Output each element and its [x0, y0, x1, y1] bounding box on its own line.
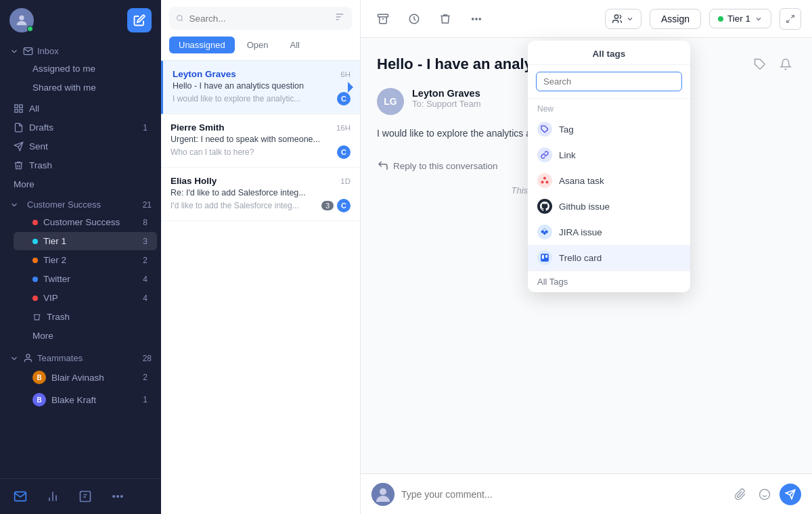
sidebar-item-blake[interactable]: B Blake Kraft 1	[14, 389, 157, 411]
tab-unassigned[interactable]: Unassigned	[169, 37, 235, 53]
people-button[interactable]	[605, 9, 641, 29]
teammates-section: Teammates 28 B Blair Avinash 2 B Blake K…	[0, 348, 161, 411]
cs-item-label: Customer Success	[43, 217, 120, 227]
comment-input[interactable]	[401, 489, 724, 500]
sidebar-item-cs-more[interactable]: More	[14, 327, 157, 345]
pierre-preview: Urgent: I need to speak with someone...	[171, 135, 351, 144]
inbox-header[interactable]: Inbox	[0, 41, 161, 59]
send-button[interactable]	[780, 484, 801, 505]
blake-label: Blake Kraft	[51, 395, 96, 405]
elias-footer: I'd like to add the Salesforce integ... …	[171, 199, 351, 212]
all-label: All	[29, 103, 39, 114]
tab-all[interactable]: All	[280, 37, 309, 53]
assign-label: Assign	[661, 14, 690, 24]
cs-more-label: More	[32, 331, 53, 341]
vip-label: VIP	[43, 293, 58, 303]
sidebar-item-blair[interactable]: B Blair Avinash 2	[14, 367, 157, 388]
tag-item-asana[interactable]: Asana task	[528, 168, 690, 193]
contacts-icon[interactable]	[74, 486, 96, 507]
sidebar-item-tier2[interactable]: Tier 2 2	[14, 251, 157, 269]
tag-item-link[interactable]: Link	[528, 142, 690, 168]
more-toolbar-icon[interactable]	[465, 7, 488, 30]
sidebar-item-twitter[interactable]: Twitter 4	[14, 270, 157, 288]
sidebar-item-vip[interactable]: VIP 4	[14, 289, 157, 307]
svg-point-15	[177, 16, 182, 21]
inbox-bottom-icon[interactable]	[9, 486, 31, 507]
sidebar-item-more-inbox[interactable]: More	[4, 175, 157, 193]
attachment-icon[interactable]	[731, 485, 750, 504]
sidebar-item-shared-with-me[interactable]: Shared with me	[14, 78, 157, 97]
email-title-icons	[750, 54, 796, 74]
tag-item-jira[interactable]: JIRA issue	[528, 219, 690, 245]
tag-icon[interactable]	[750, 54, 770, 74]
cs-item-count: 8	[143, 218, 148, 227]
sent-label: Sent	[29, 141, 48, 151]
svg-point-0	[19, 16, 24, 20]
assign-button[interactable]: Assign	[650, 9, 701, 29]
customer-success-count: 21	[143, 200, 152, 210]
emoji-icon[interactable]	[755, 485, 774, 504]
svg-rect-1	[15, 105, 18, 108]
delete-icon[interactable]	[434, 7, 457, 30]
more-options-icon[interactable]	[107, 486, 129, 507]
sidebar-item-tier1[interactable]: Tier 1 3	[14, 232, 157, 250]
tag-label-jira: JIRA issue	[559, 227, 602, 237]
tags-search-input[interactable]	[536, 72, 682, 91]
online-indicator	[27, 26, 33, 32]
sidebar-item-sent[interactable]: Sent	[4, 137, 157, 156]
sidebar-item-cs[interactable]: Customer Success 8	[14, 213, 157, 231]
compose-button[interactable]	[127, 8, 152, 32]
expand-icon[interactable]	[780, 8, 801, 30]
conv-preview: Hello - I have an analytics question	[173, 81, 351, 91]
sidebar-item-trash[interactable]: Trash	[4, 156, 157, 174]
archive-icon[interactable]	[371, 7, 394, 30]
tag-label-tag: Tag	[559, 124, 574, 135]
sidebar-item-assigned-to-me[interactable]: Assigned to me	[14, 60, 157, 78]
elias-badge: C	[337, 199, 351, 212]
conv-item-pierre[interactable]: Pierre Smith 16H Urgent: I need to speak…	[161, 114, 360, 168]
conv-item-top-elias: Elias Holly 1D	[171, 176, 351, 186]
tier2-label: Tier 2	[43, 255, 66, 265]
drafts-label: Drafts	[29, 122, 53, 133]
tag-item-github[interactable]: Github issue	[528, 193, 690, 219]
tab-open[interactable]: Open	[238, 37, 278, 53]
svg-line-27	[791, 15, 794, 18]
sidebar-item-cs-trash[interactable]: Trash	[14, 308, 157, 326]
conv-item-elias[interactable]: Elias Holly 1D Re: I'd like to add Sales…	[161, 168, 360, 221]
bell-icon[interactable]	[775, 54, 796, 74]
svg-point-14	[121, 496, 123, 498]
conv-item-leyton[interactable]: Leyton Graves 6H Hello - I have an analy…	[161, 61, 360, 114]
tag-icon-github	[537, 199, 552, 214]
pierre-name: Pierre Smith	[171, 122, 225, 133]
tier-button[interactable]: Tier 1	[709, 9, 771, 28]
svg-point-12	[113, 496, 115, 498]
tier2-dot	[32, 258, 38, 263]
sidebar-navigation: Inbox Assigned to me Shared with me All …	[0, 41, 161, 478]
customer-success-header[interactable]: Customer Success 21	[0, 194, 161, 212]
sidebar-item-drafts[interactable]: Drafts 1	[4, 118, 157, 137]
snooze-icon[interactable]	[403, 7, 426, 30]
sidebar-bottom	[0, 478, 161, 514]
svg-line-28	[787, 20, 790, 22]
tag-item-trello[interactable]: Trello card	[528, 245, 690, 271]
sort-icon[interactable]	[334, 11, 345, 25]
sidebar-top	[0, 0, 161, 41]
conv-items: Leyton Graves 6H Hello - I have an analy…	[161, 61, 360, 514]
svg-point-25	[479, 18, 480, 19]
search-input[interactable]	[189, 14, 329, 24]
analytics-icon[interactable]	[42, 486, 64, 507]
sidebar-item-all[interactable]: All	[4, 99, 157, 118]
tags-section-new: New	[528, 99, 690, 116]
tags-dropdown: All tags New Tag Link Asana task	[528, 41, 690, 292]
tags-footer[interactable]: All Tags	[528, 271, 690, 292]
cs-trash-label: Trash	[47, 312, 70, 322]
tag-item-tag[interactable]: Tag	[528, 116, 690, 142]
svg-rect-20	[378, 14, 388, 17]
svg-rect-43	[545, 255, 547, 258]
svg-point-7	[26, 354, 30, 358]
conv-item-top-pierre: Pierre Smith 16H	[171, 122, 351, 133]
conv-sub: I would like to explore the analytic...	[173, 94, 337, 103]
elias-count: 3	[321, 201, 334, 210]
teammates-header[interactable]: Teammates 28	[0, 348, 161, 366]
comment-icons	[731, 484, 801, 505]
